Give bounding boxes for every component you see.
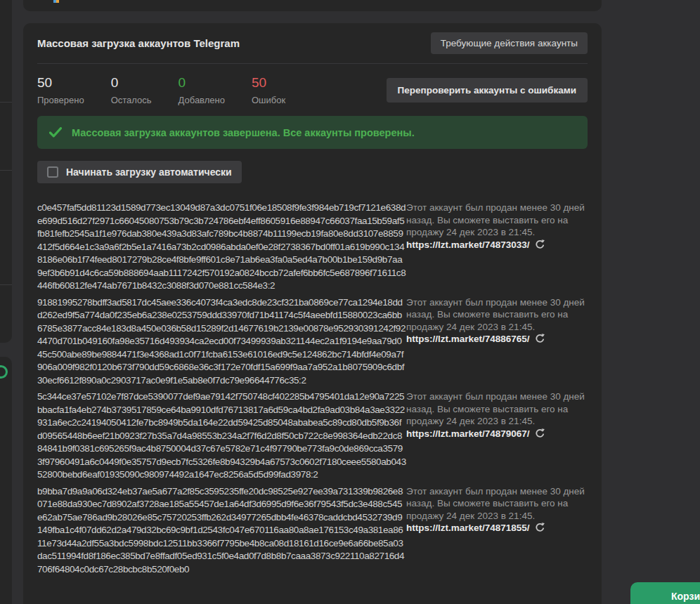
stat-label: Добавлено — [179, 95, 225, 105]
account-error-message: Этот аккаунт был продан менее 30 дней на… — [406, 297, 585, 332]
account-row: 91881995278bdff3ad5817dc45aee336c4073f4c… — [37, 296, 588, 388]
refresh-icon[interactable] — [535, 523, 545, 536]
sidebar-divider — [0, 102, 12, 103]
recheck-errors-button[interactable]: Перепроверить аккаунты с ошибками — [387, 78, 588, 103]
stat-value: 0 — [179, 75, 225, 91]
account-row: b9bba7d9a9a06d324eb37ae5a677a2f85c359523… — [37, 485, 588, 577]
account-market-link[interactable]: https://lzt.market/74886765/ — [406, 334, 530, 344]
account-hash: 5c344ce37e57102e7f87dce5390077def9ae7914… — [37, 390, 406, 482]
account-note: Этот аккаунт был продан менее 30 дней на… — [406, 296, 588, 388]
success-banner-text: Массовая загрузка аккаунтов завершена. В… — [72, 127, 415, 138]
account-note: Этот аккаунт был продан менее 30 дней на… — [406, 202, 588, 293]
stats-group: 50 Проверено 0 Осталось 0 Добавлено 50 О… — [37, 75, 285, 105]
stat-checked: 50 Проверено — [37, 75, 84, 105]
stat-value: 50 — [37, 75, 84, 91]
card-header: Массовая загрузка аккаунтов Telegram Тре… — [37, 23, 588, 64]
stat-label: Проверено — [37, 95, 84, 105]
pending-accounts-button[interactable]: Требующие действия аккаунты — [431, 32, 588, 54]
accounts-list: c0e457faf5dd81123d1589d773ec13049d87a3dc… — [37, 202, 588, 576]
refresh-icon[interactable] — [535, 428, 545, 442]
stat-errors: 50 Ошибок — [252, 75, 285, 105]
account-hash: b9bba7d9a9a06d324eb37ae5a677a2f85c359523… — [37, 485, 406, 577]
account-market-link[interactable]: https://lzt.market/74873033/ — [406, 239, 530, 250]
autoload-checkbox[interactable] — [47, 166, 58, 178]
account-row: 5c344ce37e57102e7f87dce5390077def9ae7914… — [37, 390, 588, 482]
stat-added: 0 Добавлено — [179, 75, 225, 105]
stat-label: Осталось — [111, 95, 152, 105]
account-market-link[interactable]: https://lzt.market/74871855/ — [406, 523, 530, 533]
check-icon — [49, 127, 62, 138]
account-hash: c0e457faf5dd81123d1589d773ec13049d87a3dc… — [37, 202, 406, 293]
account-error-message: Этот аккаунт был продан менее 30 дней на… — [406, 391, 585, 426]
account-row: c0e457faf5dd81123d1589d773ec13049d87a3dc… — [37, 202, 588, 293]
account-error-message: Этот аккаунт был продан менее 30 дней на… — [406, 202, 585, 237]
cut-off-icon-fragment — [56, 0, 59, 3]
account-hash: 91881995278bdff3ad5817dc45aee336c4073f4c… — [37, 296, 406, 388]
refresh-icon[interactable] — [535, 334, 545, 347]
account-note: Этот аккаунт был продан менее 30 дней на… — [406, 485, 588, 577]
page-title: Массовая загрузка аккаунтов Telegram — [37, 37, 240, 49]
account-error-message: Этот аккаунт был продан менее 30 дней на… — [406, 486, 585, 521]
account-market-link[interactable]: https://lzt.market/74879067/ — [406, 428, 530, 439]
account-note: Этот аккаунт был продан менее 30 дней на… — [406, 390, 588, 482]
success-banner: Массовая загрузка аккаунтов завершена. В… — [37, 116, 588, 149]
sidebar-divider — [0, 170, 12, 171]
autoload-checkbox-button[interactable]: Начинать загрузку автоматически — [37, 161, 242, 183]
refresh-icon[interactable] — [535, 239, 545, 253]
left-panel-fragment — [0, 0, 12, 343]
stat-label: Ошибок — [252, 95, 285, 105]
left-panel-fragment-bottom — [0, 357, 12, 604]
bulk-upload-card: Массовая загрузка аккаунтов Telegram Тре… — [23, 23, 602, 604]
green-status-icon — [0, 365, 8, 379]
autoload-label: Начинать загрузку автоматически — [66, 166, 232, 178]
stat-value: 50 — [252, 75, 285, 91]
sidebar-divider — [0, 284, 12, 285]
cart-button[interactable]: Корзина — [630, 582, 700, 604]
previous-card-fragment — [23, 0, 602, 11]
stats-row: 50 Проверено 0 Осталось 0 Добавлено 50 О… — [37, 75, 588, 105]
stat-value: 0 — [111, 75, 152, 91]
stat-remaining: 0 Осталось — [111, 75, 152, 105]
